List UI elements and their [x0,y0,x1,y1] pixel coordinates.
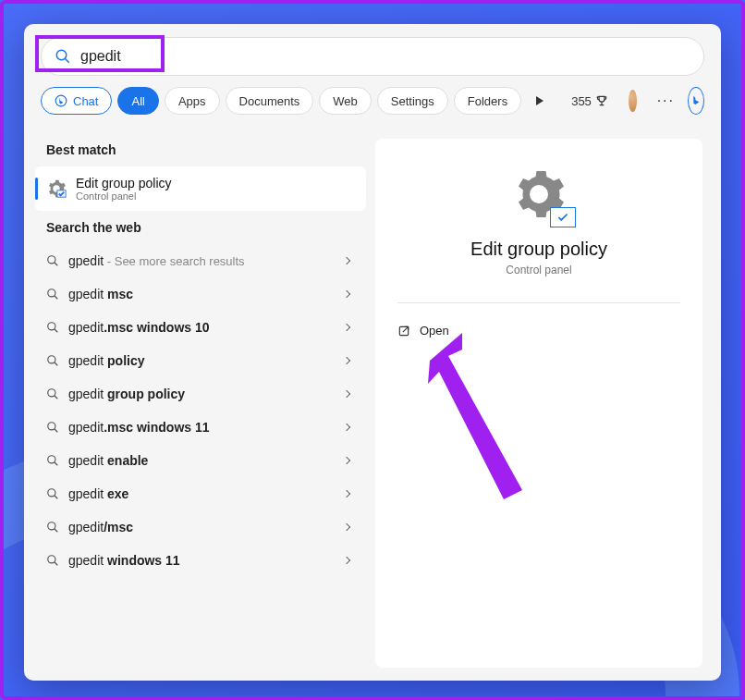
search-icon [46,321,59,334]
svg-line-25 [55,562,58,566]
open-label: Open [420,324,449,338]
chevron-right-icon [343,523,350,531]
web-result-text: gpedit windows 11 [68,553,344,568]
svg-point-8 [48,289,55,297]
svg-line-17 [55,429,58,433]
chevron-right-icon [343,424,350,431]
detail-subtitle: Control panel [397,264,680,276]
search-input[interactable] [80,48,690,65]
web-result-item[interactable]: gpedit msc [35,277,366,311]
chat-chip[interactable]: Chat [41,87,112,115]
best-match-subtitle: Control panel [76,190,172,202]
svg-point-0 [56,50,67,60]
svg-line-13 [55,362,58,366]
best-match-result[interactable]: Edit group policy Control panel [35,166,366,211]
svg-point-18 [48,456,55,463]
web-result-text: gpedit msc [68,287,344,301]
open-icon [397,325,410,338]
points-value: 355 [571,94,592,108]
windows-search-panel: Chat All Apps Documents Web Settings Fol… [24,24,721,681]
svg-line-21 [55,496,58,499]
check-badge [550,207,576,227]
results-column: Best match Edit group policy Control pan… [24,126,366,681]
svg-line-19 [55,462,58,466]
svg-line-1 [65,58,69,63]
svg-point-22 [48,522,55,530]
web-result-item[interactable]: gpedit/msc [35,510,366,544]
svg-line-7 [55,263,58,266]
chevron-right-icon [343,457,350,464]
filter-web[interactable]: Web [319,87,372,115]
svg-point-14 [48,389,55,397]
web-result-item[interactable]: gpedit.msc windows 10 [35,311,366,344]
web-result-text: gpedit policy [68,353,344,368]
bing-chat-icon [689,93,703,108]
search-icon [55,48,71,65]
detail-pane: Edit group policy Control panel Open [375,139,702,668]
filter-all[interactable]: All [117,87,158,115]
filter-folders[interactable]: Folders [454,87,521,115]
svg-point-2 [55,95,67,106]
svg-line-9 [55,296,58,300]
svg-point-12 [48,356,55,363]
bing-button[interactable] [688,87,704,115]
detail-gear-icon [511,166,567,222]
web-results-list: gpedit - See more search results gpedit … [35,244,366,577]
chevron-right-icon [343,357,350,364]
web-result-item[interactable]: gpedit windows 11 [35,544,366,577]
divider [397,302,680,303]
web-result-item[interactable]: gpedit policy [35,344,366,377]
rewards-points[interactable]: 355 [571,94,608,108]
search-bar[interactable] [41,37,704,76]
web-result-text: gpedit enable [68,453,344,468]
web-result-item[interactable]: gpedit - See more search results [35,244,366,277]
web-result-text: gpedit - See more search results [68,253,344,268]
svg-line-23 [55,529,58,533]
web-result-text: gpedit.msc windows 10 [68,320,344,335]
user-avatar[interactable] [629,90,637,112]
chevron-right-icon [343,557,350,564]
svg-point-24 [48,556,55,563]
search-icon [46,288,59,301]
web-result-text: gpedit exe [68,486,344,501]
search-icon [46,254,59,267]
web-result-item[interactable]: gpedit enable [35,444,366,477]
svg-line-11 [55,329,58,333]
trophy-icon [595,94,608,107]
search-web-label: Search the web [35,211,366,244]
web-result-item[interactable]: gpedit.msc windows 11 [35,411,366,444]
chat-label: Chat [73,94,98,108]
filter-row: Chat All Apps Documents Web Settings Fol… [24,76,721,126]
search-icon [46,421,59,434]
search-icon [46,487,59,500]
search-icon [46,387,59,400]
filter-apps[interactable]: Apps [165,87,220,115]
detail-title: Edit group policy [397,239,680,260]
filter-settings[interactable]: Settings [377,87,448,115]
best-match-title: Edit group policy [76,176,172,190]
gear-icon [46,178,67,199]
svg-line-15 [55,396,58,399]
search-icon [46,454,59,467]
web-result-item[interactable]: gpedit group policy [35,377,366,411]
chevron-right-icon [343,324,350,331]
svg-point-10 [48,323,55,330]
chevron-right-icon [343,257,350,264]
more-menu[interactable]: ··· [657,92,675,109]
open-action[interactable]: Open [397,320,680,341]
web-result-text: gpedit.msc windows 11 [68,420,344,435]
web-result-text: gpedit group policy [68,387,344,401]
search-icon [46,354,59,367]
svg-point-20 [48,489,55,497]
web-result-text: gpedit/msc [68,520,344,534]
filter-documents[interactable]: Documents [226,87,314,115]
search-icon [46,554,59,567]
play-icon[interactable] [536,96,543,105]
search-icon [46,521,59,534]
chevron-right-icon [343,490,350,497]
web-result-item[interactable]: gpedit exe [35,477,366,510]
chevron-right-icon [343,390,350,398]
chevron-right-icon [343,290,350,298]
best-match-label: Best match [35,133,366,166]
svg-point-16 [48,423,55,430]
